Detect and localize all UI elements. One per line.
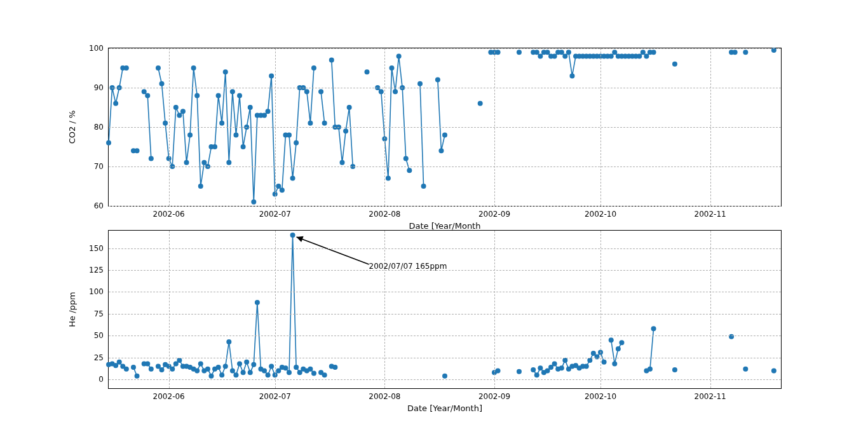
he-chart: He /ppm Date [Year/Month] 02550751001251… <box>108 230 782 389</box>
data-point <box>262 368 267 373</box>
data-point <box>771 368 776 373</box>
data-point <box>131 365 136 370</box>
data-point <box>743 50 748 55</box>
grid-line-h <box>109 336 781 336</box>
data-point <box>287 370 292 375</box>
grid-line-v <box>384 231 385 388</box>
data-point <box>177 112 182 118</box>
data-point <box>587 358 592 363</box>
data-point <box>135 374 140 379</box>
x-tick-label: 2002-07 <box>259 392 291 401</box>
y-tick-label: 90 <box>94 83 104 92</box>
data-point <box>672 62 677 67</box>
x-tick-label: 2002-10 <box>585 392 616 401</box>
data-point <box>177 358 182 363</box>
data-point <box>311 65 316 71</box>
xlabel-he: Date [Year/Month] <box>407 403 482 413</box>
grid-line-v <box>275 231 276 388</box>
data-point <box>230 89 235 94</box>
data-point <box>290 233 295 238</box>
data-point <box>421 184 426 189</box>
data-line <box>332 60 353 166</box>
data-point <box>248 105 253 110</box>
data-point <box>226 339 231 344</box>
ylabel-co2: CO2 / % <box>67 111 77 144</box>
data-point <box>223 364 228 369</box>
data-point <box>135 148 140 153</box>
y-tick-label: 25 <box>94 353 104 362</box>
data-point <box>233 372 238 377</box>
figure: CO2 / % Date [Year/Month 607080901002002… <box>0 0 868 427</box>
data-line <box>321 92 325 123</box>
grid-line-v <box>169 231 170 388</box>
data-point <box>283 365 288 370</box>
x-tick-label: 2002-11 <box>695 392 726 401</box>
data-point <box>602 360 607 365</box>
grid-line-h <box>109 358 781 358</box>
grid-line-h <box>109 314 781 315</box>
data-point <box>538 365 543 370</box>
data-point <box>496 368 501 373</box>
data-point <box>552 361 557 366</box>
data-point <box>145 93 150 98</box>
grid-line-v <box>710 231 711 388</box>
grid-line-h <box>109 206 781 207</box>
data-point <box>562 53 567 58</box>
data-point <box>347 105 352 110</box>
grid-line-h <box>109 48 781 49</box>
data-point <box>612 361 617 366</box>
data-point <box>379 89 384 94</box>
data-point <box>244 360 249 365</box>
data-point <box>641 50 646 55</box>
data-point <box>393 89 398 94</box>
data-point <box>311 371 316 376</box>
data-point <box>187 132 193 137</box>
data-line <box>109 68 126 143</box>
data-point <box>156 65 161 71</box>
data-point <box>145 361 150 366</box>
data-point <box>230 368 235 373</box>
data-point <box>149 156 154 161</box>
grid-line-h <box>109 292 781 292</box>
y-tick-label: 60 <box>94 201 104 210</box>
data-point <box>318 89 323 94</box>
data-point <box>266 109 271 114</box>
data-point <box>651 50 656 55</box>
x-tick-label: 2002-07 <box>259 210 291 219</box>
x-tick-label: 2002-09 <box>478 210 510 219</box>
data-point <box>534 372 539 377</box>
data-point <box>251 200 256 205</box>
grid-line-v <box>494 48 495 206</box>
data-point <box>304 89 309 94</box>
data-point <box>241 370 246 375</box>
data-point <box>648 367 653 372</box>
data-point <box>248 370 253 375</box>
data-point <box>569 73 574 78</box>
data-point <box>142 89 147 94</box>
data-point <box>594 354 599 359</box>
xlabel-co2: Date [Year/Month <box>409 221 481 231</box>
data-point <box>566 50 571 55</box>
data-point <box>198 361 203 366</box>
data-point <box>237 93 242 98</box>
ylabel-he: He /ppm <box>67 292 77 327</box>
data-point <box>113 101 118 106</box>
data-point <box>403 156 409 161</box>
y-tick-label: 125 <box>89 266 104 274</box>
data-point <box>609 337 614 342</box>
grid-line-v <box>600 48 601 206</box>
data-point <box>545 50 550 55</box>
data-point <box>308 367 313 372</box>
data-point <box>191 65 196 71</box>
grid-line-v <box>275 48 276 206</box>
data-point <box>612 50 617 55</box>
data-point <box>343 128 348 133</box>
grid-line-h <box>109 248 781 249</box>
data-point <box>194 368 200 373</box>
data-point <box>407 168 412 173</box>
data-point <box>672 367 677 372</box>
data-point <box>194 93 200 98</box>
grid-line-v <box>494 231 495 388</box>
data-point <box>180 109 186 114</box>
data-point <box>496 50 501 55</box>
